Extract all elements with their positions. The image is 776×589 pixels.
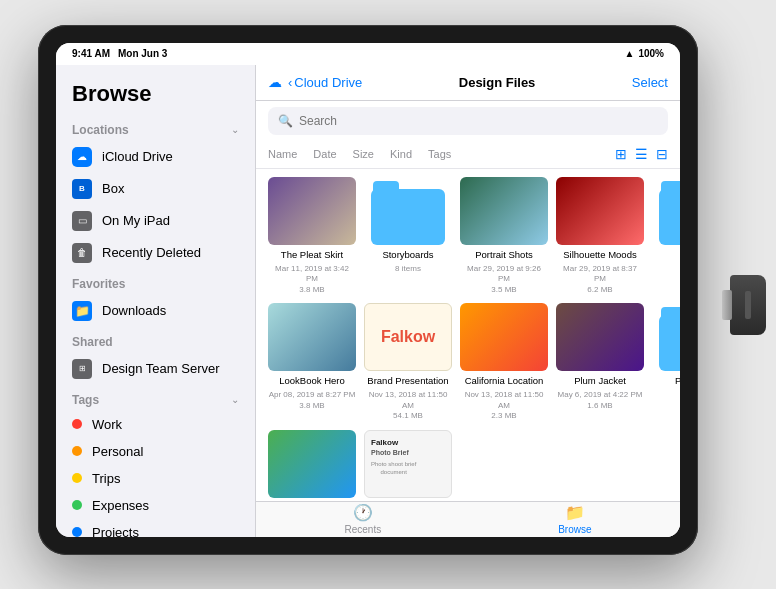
downloads-folder-icon: 📁 <box>72 301 92 321</box>
sidebar-item-projects[interactable]: Projects <box>56 519 255 537</box>
cloud-drive-icon: ☁ <box>268 74 282 90</box>
file-item-proposals[interactable]: Proposals 3 items <box>652 303 680 422</box>
box-label: Box <box>102 181 124 196</box>
personal-label: Personal <box>92 444 143 459</box>
california-location-name: California Location <box>465 375 544 386</box>
brand-presentation-name: Brand Presentation <box>367 375 448 386</box>
sidebar-item-ipad[interactable]: ▭ On My iPad <box>56 205 255 237</box>
pleat-skirt-thumb <box>268 177 356 245</box>
back-button[interactable]: ‹ Cloud Drive <box>288 75 362 90</box>
projects-label: Projects <box>92 525 139 537</box>
sort-tags[interactable]: Tags <box>428 148 451 160</box>
sidebar-item-deleted[interactable]: 🗑 Recently Deleted <box>56 237 255 269</box>
file-item-portrait-shots[interactable]: Portrait Shots Mar 29, 2019 at 9:26 PM3.… <box>460 177 548 296</box>
recents-label: Recents <box>344 524 381 535</box>
status-time: 9:41 AM <box>72 48 110 59</box>
locations-label: Locations <box>72 123 129 137</box>
sort-kind[interactable]: Kind <box>390 148 412 160</box>
sort-bar: Name Date Size Kind Tags ⊞ ☰ ⊟ <box>256 141 680 169</box>
lookbook-hero-name: LookBook Hero <box>279 375 344 386</box>
file-item-silhouette-moods[interactable]: Silhouette Moods Mar 29, 2019 at 8:37 PM… <box>556 177 644 296</box>
portrait-shots-thumb <box>460 177 548 245</box>
work-label: Work <box>92 417 122 432</box>
silhouette-moods-thumb <box>556 177 644 245</box>
locations-chevron[interactable]: ⌄ <box>231 124 239 135</box>
downloads-label: Downloads <box>102 303 166 318</box>
sidebar-item-server[interactable]: ⊞ Design Team Server <box>56 353 255 385</box>
projects-tag-dot <box>72 527 82 537</box>
file-item-color-inspiration[interactable]: Color Inspiration May 6, 2019 at 10:34 P… <box>268 430 356 501</box>
brand-presentation-thumb: Falkow <box>364 303 452 371</box>
wifi-icon: ▲ <box>625 48 635 59</box>
pleat-skirt-name: The Pleat Skirt <box>281 249 343 260</box>
sort-size[interactable]: Size <box>353 148 374 160</box>
sidebar-item-expenses[interactable]: Expenses <box>56 492 255 519</box>
file-item-lookbook-hero[interactable]: LookBook Hero Apr 08, 2019 at 8:27 PM3.8… <box>268 303 356 422</box>
proposals-name: Proposals <box>675 375 680 386</box>
view-columns-icon[interactable]: ⊟ <box>656 146 668 162</box>
sidebar-item-box[interactable]: B Box <box>56 173 255 205</box>
comps-thumb <box>652 177 680 245</box>
ipad-icon: ▭ <box>72 211 92 231</box>
select-button[interactable]: Select <box>632 75 668 90</box>
file-item-comps[interactable]: Comps 6 items <box>652 177 680 296</box>
view-grid-icon[interactable]: ⊞ <box>615 146 627 162</box>
storyboards-name: Storyboards <box>382 249 433 260</box>
search-bar[interactable]: 🔍 <box>268 107 668 135</box>
portrait-shots-meta: Mar 29, 2019 at 9:26 PM3.5 MB <box>460 264 548 295</box>
california-location-thumb <box>460 303 548 371</box>
brand-text: Falkow <box>381 328 435 346</box>
tags-chevron[interactable]: ⌄ <box>231 394 239 405</box>
sidebar: Browse Locations ⌄ ☁ iCloud Drive B Box <box>56 65 256 537</box>
personal-tag-dot <box>72 446 82 456</box>
file-item-california-location[interactable]: California Location Nov 13, 2018 at 11:5… <box>460 303 548 422</box>
storyboards-thumb <box>364 177 452 245</box>
sort-date[interactable]: Date <box>313 148 336 160</box>
file-item-plum-jacket[interactable]: Plum Jacket May 6, 2019 at 4:22 PM1.6 MB <box>556 303 644 422</box>
portrait-shots-name: Portrait Shots <box>475 249 533 260</box>
sidebar-item-personal[interactable]: Personal <box>56 438 255 465</box>
search-input[interactable] <box>299 114 658 128</box>
file-item-photoshoot-brief[interactable]: Falkow Photo Brief Photo shoot briefdocu… <box>364 430 452 501</box>
file-manager: ☁ ‹ Cloud Drive Design Files Select 🔍 <box>256 65 680 537</box>
color-inspiration-thumb <box>268 430 356 498</box>
pleat-skirt-meta: Mar 11, 2019 at 3:42 PM3.8 MB <box>268 264 356 295</box>
search-icon: 🔍 <box>278 114 293 128</box>
sidebar-item-work[interactable]: Work <box>56 411 255 438</box>
work-tag-dot <box>72 419 82 429</box>
server-icon: ⊞ <box>72 359 92 379</box>
status-date: Mon Jun 3 <box>118 48 167 59</box>
ipad-screen: 9:41 AM Mon Jun 3 ▲ 100% Browse Location… <box>56 43 680 537</box>
view-list-icon[interactable]: ☰ <box>635 146 648 162</box>
server-label: Design Team Server <box>102 361 220 376</box>
back-chevron-icon: ‹ <box>288 75 292 90</box>
browse-tab[interactable]: 📁 Browse <box>558 503 591 535</box>
back-label: Cloud Drive <box>294 75 362 90</box>
tags-section-header: Tags ⌄ <box>56 385 255 411</box>
box-icon: B <box>72 179 92 199</box>
expenses-tag-dot <box>72 500 82 510</box>
california-location-meta: Nov 13, 2018 at 11:50 AM2.3 MB <box>460 390 548 421</box>
file-item-brand-presentation[interactable]: Falkow Brand Presentation Nov 13, 2018 a… <box>364 303 452 422</box>
recents-tab[interactable]: 🕐 Recents <box>344 503 381 535</box>
sidebar-item-icloud[interactable]: ☁ iCloud Drive <box>56 141 255 173</box>
icloud-label: iCloud Drive <box>102 149 173 164</box>
toolbar: ☁ ‹ Cloud Drive Design Files Select <box>256 65 680 101</box>
file-item-pleat-skirt[interactable]: The Pleat Skirt Mar 11, 2019 at 3:42 PM3… <box>268 177 356 296</box>
battery-status: 100% <box>638 48 664 59</box>
sidebar-item-trips[interactable]: Trips <box>56 465 255 492</box>
toolbar-title: Design Files <box>459 75 536 90</box>
lookbook-hero-thumb <box>268 303 356 371</box>
browse-label: Browse <box>558 524 591 535</box>
shared-section-header: Shared <box>56 327 255 353</box>
plum-jacket-thumb <box>556 303 644 371</box>
favorites-section-header: Favorites <box>56 269 255 295</box>
silhouette-moods-name: Silhouette Moods <box>563 249 636 260</box>
lookbook-hero-meta: Apr 08, 2019 at 8:27 PM3.8 MB <box>269 390 356 411</box>
locations-section-header: Locations ⌄ <box>56 115 255 141</box>
sidebar-item-downloads[interactable]: 📁 Downloads <box>56 295 255 327</box>
sort-name[interactable]: Name <box>268 148 297 160</box>
proposals-thumb <box>652 303 680 371</box>
file-item-storyboards[interactable]: Storyboards 8 items <box>364 177 452 296</box>
icloud-icon: ☁ <box>72 147 92 167</box>
